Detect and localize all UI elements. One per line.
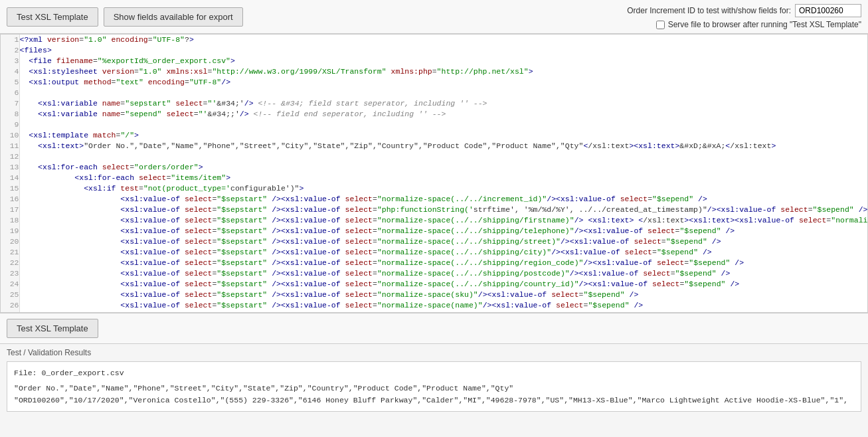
results-section: Test / Validation Results File: 0_order_… <box>0 344 868 416</box>
code-line: <xsl:value-of select="$sepstart" /><xsl:… <box>20 268 869 279</box>
code-line: <xsl:value-of select="$sepstart" /><xsl:… <box>20 226 869 236</box>
code-line: <xsl:stylesheet version="1.0" xmlns:xsl=… <box>20 66 869 77</box>
code-line: <xsl:if test="not(product_type='configur… <box>20 183 869 194</box>
serve-file-label: Serve file to browser after running "Tes… <box>668 20 861 29</box>
code-lines: <?xml version="1.0" encoding="UTF-8"?><f… <box>19 35 868 313</box>
top-toolbar: Test XSL Template Show fields available … <box>0 0 868 34</box>
test-xsl-button-bottom[interactable]: Test XSL Template <box>7 319 98 338</box>
code-line: <xsl:variable name="sepend" select="'&#3… <box>20 109 869 120</box>
code-line: <xsl:value-of select="$sepstart" /><xsl:… <box>20 279 869 290</box>
code-line: <xsl:output method="text" encoding="UTF-… <box>20 77 869 88</box>
code-line: <files> <box>20 45 869 56</box>
code-line: <xsl:value-of select="$sepstart" /><xsl:… <box>20 300 869 311</box>
toolbar-left: Test XSL Template Show fields available … <box>7 7 622 27</box>
code-line: <xsl:for-each select="items/item"> <box>20 173 869 183</box>
serve-file-row: Serve file to browser after running "Tes… <box>656 20 861 29</box>
bottom-toolbar: Test XSL Template <box>0 313 868 344</box>
line-numbers: 1234567891011121314151617181920212223242… <box>1 35 19 313</box>
order-id-row: Order Increment ID to test with/show fie… <box>627 4 861 17</box>
code-line: <xsl:value-of select="$sepstart" /><xsl:… <box>20 258 869 268</box>
code-line: <file filename="%exportId%_order_export.… <box>20 56 869 66</box>
code-line: <xsl:value-of select="$sepstart" /><xsl:… <box>20 194 869 205</box>
order-id-label: Order Increment ID to test with/show fie… <box>627 6 791 15</box>
order-id-input[interactable] <box>795 4 861 17</box>
test-xsl-button[interactable]: Test XSL Template <box>7 7 98 27</box>
results-box: File: 0_order_export.csv "Order No.","Da… <box>7 361 861 412</box>
code-line: <xsl:value-of select="$sepstart" /><xsl:… <box>20 236 869 247</box>
serve-file-checkbox[interactable] <box>656 21 665 29</box>
code-line: <xsl:variable name="sepstart" select="'&… <box>20 98 869 109</box>
toolbar-right: Order Increment ID to test with/show fie… <box>627 4 861 29</box>
results-row1: "Order No.","Date","Name","Phone","Stree… <box>14 383 854 394</box>
code-line: <xsl:text>"Order No.","Date","Name","Pho… <box>20 141 869 151</box>
code-line: <xsl:template match="/"> <box>20 130 869 141</box>
results-row2: "ORD100260","10/17/2020","Veronica Coste… <box>14 394 854 406</box>
code-line: <?xml version="1.0" encoding="UTF-8"?> <box>20 35 869 45</box>
results-label: Test / Validation Results <box>7 348 861 357</box>
results-filename: File: 0_order_export.csv <box>14 367 854 379</box>
results-section-label: Test / Validation Results <box>7 348 91 357</box>
code-table: 1234567891011121314151617181920212223242… <box>1 35 868 313</box>
code-line: <xsl:for-each select="orders/order"> <box>20 162 869 173</box>
code-line <box>20 120 869 130</box>
show-fields-button[interactable]: Show fields available for export <box>104 7 243 27</box>
code-line: <xsl:value-of select="$sepstart" /><xsl:… <box>20 290 869 300</box>
code-line: <xsl:value-of select="$sepstart" /><xsl:… <box>20 215 869 226</box>
code-line <box>20 151 869 162</box>
code-line: <xsl:value-of select="$sepstart" /><xsl:… <box>20 247 869 258</box>
code-line <box>20 88 869 98</box>
order-label-text: Order Increment ID to test with/show fie… <box>627 6 791 15</box>
code-line: <xsl:value-of select="$sepstart" /><xsl:… <box>20 205 869 215</box>
code-editor[interactable]: 1234567891011121314151617181920212223242… <box>0 34 868 313</box>
